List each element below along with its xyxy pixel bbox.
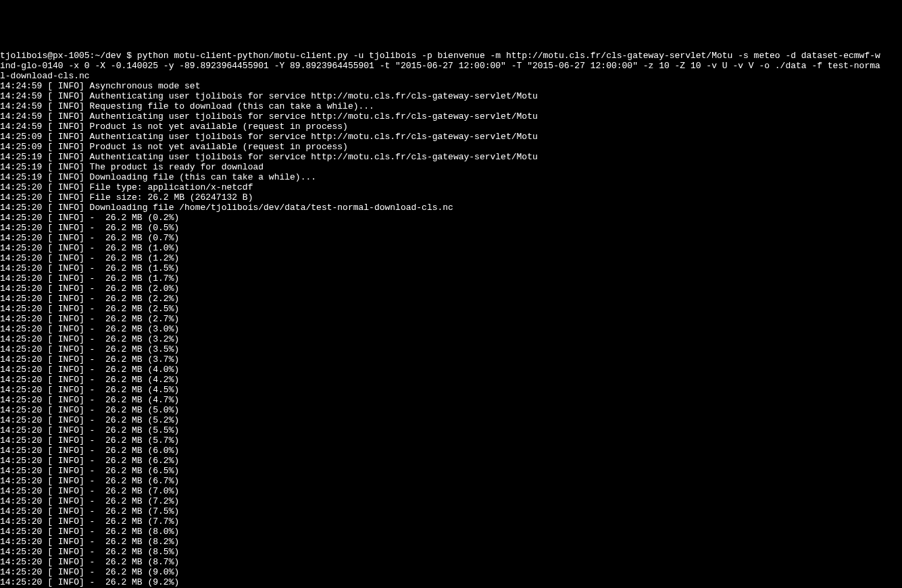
progress-line: 14:25:20 [ INFO] - 26.2 MB (7.0%) bbox=[0, 486, 902, 496]
log-line: 14:25:20 [ INFO] Downloading file /home/… bbox=[0, 203, 902, 213]
log-line: 14:25:09 [ INFO] Authenticating user tjo… bbox=[0, 132, 902, 142]
progress-line: 14:25:20 [ INFO] - 26.2 MB (0.7%) bbox=[0, 233, 902, 243]
log-line: 14:24:59 [ INFO] Asynchronous mode set bbox=[0, 81, 902, 91]
command-prompt-line-1: tjolibois@px-1005:~/dev $ python motu-cl… bbox=[0, 51, 902, 61]
progress-line: 14:25:20 [ INFO] - 26.2 MB (4.0%) bbox=[0, 365, 902, 375]
progress-line: 14:25:20 [ INFO] - 26.2 MB (7.2%) bbox=[0, 496, 902, 506]
progress-line: 14:25:20 [ INFO] - 26.2 MB (6.5%) bbox=[0, 466, 902, 476]
log-line: 14:25:20 [ INFO] File size: 26.2 MB (262… bbox=[0, 192, 902, 203]
progress-log-block: 14:25:20 [ INFO] - 26.2 MB (0.2%)14:25:2… bbox=[0, 213, 902, 588]
progress-line: 14:25:20 [ INFO] - 26.2 MB (5.7%) bbox=[0, 435, 902, 446]
progress-line: 14:25:20 [ INFO] - 26.2 MB (4.5%) bbox=[0, 385, 902, 395]
progress-line: 14:25:20 [ INFO] - 26.2 MB (8.5%) bbox=[0, 547, 902, 557]
progress-line: 14:25:20 [ INFO] - 26.2 MB (8.7%) bbox=[0, 557, 902, 567]
progress-line: 14:25:20 [ INFO] - 26.2 MB (5.5%) bbox=[0, 425, 902, 435]
info-log-block: 14:24:59 [ INFO] Asynchronous mode set14… bbox=[0, 81, 902, 213]
progress-line: 14:25:20 [ INFO] - 26.2 MB (6.2%) bbox=[0, 456, 902, 466]
progress-line: 14:25:20 [ INFO] - 26.2 MB (1.7%) bbox=[0, 273, 902, 284]
progress-line: 14:25:20 [ INFO] - 26.2 MB (0.5%) bbox=[0, 223, 902, 233]
terminal-window[interactable]: tjolibois@px-1005:~/dev $ python motu-cl… bbox=[0, 41, 902, 588]
progress-line: 14:25:20 [ INFO] - 26.2 MB (8.0%) bbox=[0, 527, 902, 537]
log-line: 14:25:19 [ INFO] The product is ready fo… bbox=[0, 162, 902, 172]
log-line: 14:24:59 [ INFO] Product is not yet avai… bbox=[0, 122, 902, 132]
progress-line: 14:25:20 [ INFO] - 26.2 MB (6.7%) bbox=[0, 476, 902, 486]
command-prompt-line-3: l-download-cls.nc bbox=[0, 71, 902, 81]
log-line: 14:25:09 [ INFO] Product is not yet avai… bbox=[0, 142, 902, 152]
progress-line: 14:25:20 [ INFO] - 26.2 MB (2.2%) bbox=[0, 294, 902, 304]
progress-line: 14:25:20 [ INFO] - 26.2 MB (7.7%) bbox=[0, 516, 902, 527]
log-line: 14:24:59 [ INFO] Authenticating user tjo… bbox=[0, 111, 902, 122]
progress-line: 14:25:20 [ INFO] - 26.2 MB (3.5%) bbox=[0, 344, 902, 354]
progress-line: 14:25:20 [ INFO] - 26.2 MB (2.5%) bbox=[0, 304, 902, 314]
progress-line: 14:25:20 [ INFO] - 26.2 MB (2.0%) bbox=[0, 284, 902, 294]
progress-line: 14:25:20 [ INFO] - 26.2 MB (0.2%) bbox=[0, 213, 902, 223]
progress-line: 14:25:20 [ INFO] - 26.2 MB (7.5%) bbox=[0, 506, 902, 516]
progress-line: 14:25:20 [ INFO] - 26.2 MB (4.7%) bbox=[0, 395, 902, 405]
progress-line: 14:25:20 [ INFO] - 26.2 MB (8.2%) bbox=[0, 537, 902, 547]
progress-line: 14:25:20 [ INFO] - 26.2 MB (5.0%) bbox=[0, 405, 902, 415]
progress-line: 14:25:20 [ INFO] - 26.2 MB (3.0%) bbox=[0, 324, 902, 334]
log-line: 14:24:59 [ INFO] Requesting file to down… bbox=[0, 101, 902, 111]
progress-line: 14:25:20 [ INFO] - 26.2 MB (3.2%) bbox=[0, 334, 902, 344]
log-line: 14:25:20 [ INFO] File type: application/… bbox=[0, 182, 902, 192]
progress-line: 14:25:20 [ INFO] - 26.2 MB (9.2%) bbox=[0, 577, 902, 587]
progress-line: 14:25:20 [ INFO] - 26.2 MB (9.0%) bbox=[0, 567, 902, 577]
progress-line: 14:25:20 [ INFO] - 26.2 MB (5.2%) bbox=[0, 415, 902, 425]
progress-line: 14:25:20 [ INFO] - 26.2 MB (4.2%) bbox=[0, 375, 902, 385]
progress-line: 14:25:20 [ INFO] - 26.2 MB (3.7%) bbox=[0, 354, 902, 365]
log-line: 14:25:19 [ INFO] Downloading file (this … bbox=[0, 172, 902, 182]
log-line: 14:25:19 [ INFO] Authenticating user tjo… bbox=[0, 152, 902, 162]
log-line: 14:24:59 [ INFO] Authenticating user tjo… bbox=[0, 91, 902, 101]
progress-line: 14:25:20 [ INFO] - 26.2 MB (1.0%) bbox=[0, 243, 902, 253]
progress-line: 14:25:20 [ INFO] - 26.2 MB (2.7%) bbox=[0, 314, 902, 324]
command-prompt-line-2: ind-glo-0140 -x 0 -X -0.140025 -y -89.89… bbox=[0, 61, 902, 71]
progress-line: 14:25:20 [ INFO] - 26.2 MB (6.0%) bbox=[0, 446, 902, 456]
progress-line: 14:25:20 [ INFO] - 26.2 MB (1.5%) bbox=[0, 263, 902, 273]
progress-line: 14:25:20 [ INFO] - 26.2 MB (1.2%) bbox=[0, 253, 902, 263]
